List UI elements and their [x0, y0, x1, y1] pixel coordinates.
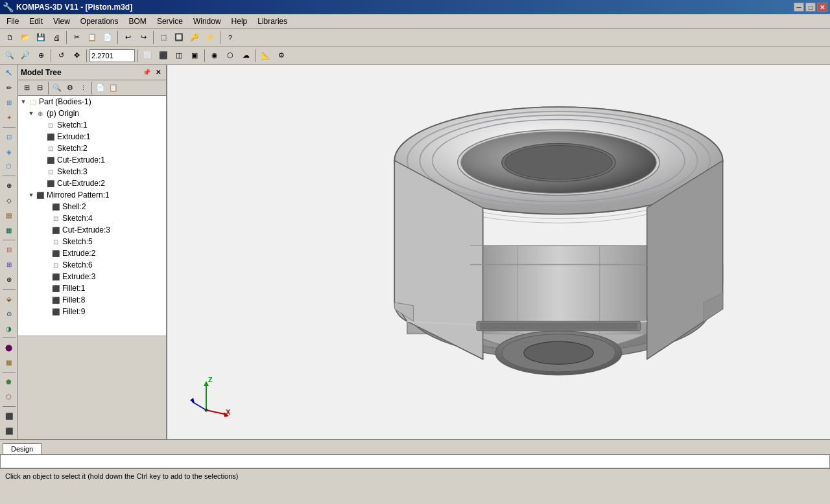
view3d-button[interactable]: 🔲: [172, 30, 186, 45]
menu-window[interactable]: Window: [188, 16, 226, 27]
left-tool-20[interactable]: ⬠: [2, 390, 16, 404]
side-view-button[interactable]: ▣: [187, 49, 202, 63]
tree-icon-fillet8: ⬛: [51, 295, 61, 305]
left-tool-17[interactable]: ⬤: [2, 341, 16, 354]
zoom-out-button[interactable]: 🔎: [18, 49, 32, 63]
paste-button[interactable]: 📄: [101, 30, 115, 45]
viewport[interactable]: Z X: [167, 65, 830, 439]
save-button[interactable]: 💾: [34, 30, 48, 45]
menu-operations[interactable]: Operations: [75, 16, 124, 27]
wireframe-button[interactable]: ◉: [208, 49, 222, 63]
redo-button[interactable]: ↪: [136, 30, 150, 45]
menu-view[interactable]: View: [48, 16, 75, 27]
open-button[interactable]: 📂: [18, 30, 32, 45]
title-bar-controls[interactable]: ─ □ ✕: [794, 3, 827, 12]
left-tool-14[interactable]: ⬙: [2, 292, 16, 306]
left-tool-21[interactable]: ⬛: [2, 409, 16, 423]
left-tool-18[interactable]: ▩: [2, 356, 16, 369]
render-button[interactable]: ⬚: [156, 30, 171, 45]
tree-item-extrude1[interactable]: ▶ ⬛ Extrude:1: [18, 131, 166, 143]
left-tool-15[interactable]: ⊙: [2, 307, 16, 321]
menu-bom[interactable]: BOM: [124, 16, 152, 27]
menu-file[interactable]: File: [1, 16, 24, 27]
tree-item-fillet1[interactable]: ▶ ⬛ Fillet:1: [18, 282, 166, 294]
left-tool-12[interactable]: ⊞: [2, 258, 16, 271]
tree-item-sketch2[interactable]: ▶ ⊡ Sketch:2: [18, 143, 166, 154]
key-button[interactable]: 🔑: [187, 30, 202, 45]
copy-button[interactable]: 📋: [85, 30, 99, 45]
left-tool-3[interactable]: ✦: [2, 111, 16, 124]
tree-collapse-all[interactable]: ⊟: [34, 82, 45, 94]
left-tool-8[interactable]: ◇: [2, 194, 16, 207]
shaded-button[interactable]: ⬡: [223, 49, 237, 63]
tree-item-sketch1[interactable]: ▶ ⊡ Sketch:1: [18, 119, 166, 131]
tree-item-shell2[interactable]: ▶ ⬛ Shell:2: [18, 201, 166, 212]
tree-item-sketch5[interactable]: ▶ ⊡ Sketch:5: [18, 236, 166, 247]
new-button[interactable]: 🗋: [3, 30, 17, 45]
tree-config[interactable]: ⚙: [64, 82, 76, 94]
tree-item-fillet8[interactable]: ▶ ⬛ Fillet:8: [18, 294, 166, 306]
tree-filter[interactable]: 🔍: [51, 82, 63, 94]
tree-close-button[interactable]: ✕: [153, 67, 163, 78]
tree-item-fillet9[interactable]: ▶ ⬛ Fillet:9: [18, 306, 166, 317]
left-tool-sketch[interactable]: ✏: [2, 81, 16, 95]
left-tool-4[interactable]: ⊡: [2, 130, 16, 144]
menu-help[interactable]: Help: [226, 16, 253, 27]
tree-pin-button[interactable]: 📌: [141, 67, 152, 78]
top-view-button[interactable]: ◫: [172, 49, 186, 63]
undo-button[interactable]: ↩: [121, 30, 135, 45]
tab-design[interactable]: Design: [3, 443, 42, 454]
tree-sep1: [48, 82, 49, 95]
tree-doc1[interactable]: 📄: [95, 82, 106, 94]
rotate-button[interactable]: ↺: [54, 49, 68, 63]
left-tool-9[interactable]: ▤: [2, 209, 16, 222]
tree-item-origin[interactable]: ▼ ⊕ (p) Origin: [18, 108, 166, 119]
left-tool-2[interactable]: ⊞: [2, 96, 16, 109]
tree-item-cut-extrude3[interactable]: ▶ ⬛ Cut-Extrude:3: [18, 224, 166, 236]
edges-button[interactable]: ☁: [239, 49, 253, 63]
left-tool-13[interactable]: ⊛: [2, 273, 16, 286]
tree-item-extrude2[interactable]: ▶ ⬛ Extrude:2: [18, 247, 166, 259]
cut-button[interactable]: ✂: [69, 30, 84, 45]
maximize-button[interactable]: □: [805, 3, 816, 12]
zoom-value-input[interactable]: [89, 49, 135, 62]
tree-extra[interactable]: ⋮: [77, 82, 89, 94]
close-button[interactable]: ✕: [817, 3, 827, 12]
measure-button[interactable]: 📐: [259, 49, 273, 63]
menu-edit[interactable]: Edit: [24, 16, 48, 27]
tree-item-sketch3[interactable]: ▶ ⊡ Sketch:3: [18, 166, 166, 178]
tree-item-root[interactable]: ▼ ⬚ Part (Bodies-1): [18, 96, 166, 108]
bolt-button[interactable]: ⚡: [203, 30, 217, 45]
model-tree-content[interactable]: ▼ ⬚ Part (Bodies-1) ▼ ⊕ (p) Origin ▶ ⊡ S…: [18, 96, 166, 336]
left-tool-10[interactable]: ▦: [2, 223, 16, 237]
tree-item-sketch6[interactable]: ▶ ⊡ Sketch:6: [18, 259, 166, 271]
tree-expand-all[interactable]: ⊞: [21, 82, 32, 94]
tree-item-extrude3[interactable]: ▶ ⬛ Extrude:3: [18, 271, 166, 282]
left-tool-5[interactable]: ◈: [2, 145, 16, 159]
menu-service[interactable]: Service: [152, 16, 188, 27]
tree-icon-sketch3: ⊡: [45, 166, 56, 177]
command-bar[interactable]: [0, 454, 830, 468]
zoom-in-button[interactable]: 🔍: [3, 49, 17, 63]
settings-button[interactable]: ⚙: [274, 49, 289, 63]
print-button[interactable]: 🖨: [49, 30, 64, 45]
minimize-button[interactable]: ─: [794, 3, 804, 12]
iso-view-button[interactable]: ⬜: [141, 49, 155, 63]
left-tool-select[interactable]: ↖: [2, 66, 16, 80]
left-tool-11[interactable]: ⊟: [2, 243, 16, 257]
menu-libraries[interactable]: Libraries: [252, 16, 292, 27]
front-view-button[interactable]: ⬛: [156, 49, 171, 63]
tree-item-cut-extrude1[interactable]: ▶ ⬛ Cut-Extrude:1: [18, 154, 166, 166]
left-tool-7[interactable]: ⊕: [2, 179, 16, 192]
help-button[interactable]: ?: [223, 30, 237, 45]
pan-button[interactable]: ✥: [69, 49, 84, 63]
left-tool-19[interactable]: ⬟: [2, 375, 16, 389]
left-tool-16[interactable]: ◑: [2, 322, 16, 336]
zoom-fit-button[interactable]: ⊕: [34, 49, 48, 63]
tree-item-sketch4[interactable]: ▶ ⊡ Sketch:4: [18, 212, 166, 224]
tree-doc2[interactable]: 📋: [108, 82, 119, 94]
left-tool-6[interactable]: ⬡: [2, 159, 16, 173]
tree-item-cut-extrude2[interactable]: ▶ ⬛ Cut-Extrude:2: [18, 178, 166, 189]
tree-item-mirrored1[interactable]: ▼ ⬛ Mirrored Pattern:1: [18, 189, 166, 201]
left-tool-22[interactable]: ⬛: [2, 424, 16, 438]
